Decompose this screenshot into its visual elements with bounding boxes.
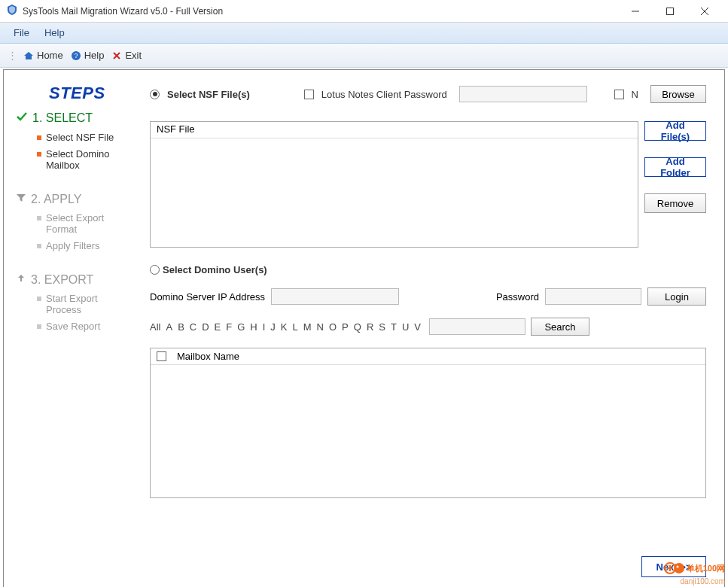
domino-password-field[interactable] bbox=[545, 288, 641, 305]
alpha-e[interactable]: E bbox=[215, 321, 221, 333]
menu-file[interactable]: File bbox=[6, 24, 37, 41]
alpha-d[interactable]: D bbox=[202, 321, 209, 333]
steps-heading: STEPS bbox=[49, 84, 135, 103]
alpha-v[interactable]: V bbox=[414, 321, 421, 333]
menu-help[interactable]: Help bbox=[37, 24, 72, 41]
alpha-h[interactable]: H bbox=[250, 321, 257, 333]
bullet-icon bbox=[37, 324, 41, 329]
step-1-sub-2[interactable]: Select Domino Mailbox bbox=[37, 148, 135, 172]
alpha-i[interactable]: I bbox=[263, 321, 266, 333]
sidebar: STEPS 1. SELECT Select NSF File Select D… bbox=[4, 70, 141, 587]
step-3-sub-1: Start Export Process bbox=[37, 293, 135, 316]
alpha-row: All ABCDEFGHIJKLMNOPQRSTUV Search bbox=[150, 318, 706, 336]
content: Select NSF File(s) Lotus Notes Client Pa… bbox=[141, 70, 724, 587]
alpha-l[interactable]: L bbox=[293, 321, 298, 333]
step-2-title: 2. APPLY bbox=[16, 193, 135, 206]
alpha-b[interactable]: B bbox=[178, 321, 184, 333]
alpha-letters: ABCDEFGHIJKLMNOPQRSTUV bbox=[166, 321, 421, 333]
menubar: File Help bbox=[0, 23, 728, 44]
nsf-file-header: NSF File bbox=[151, 122, 638, 138]
nsf-area: NSF File Add File(s) Add Folder Remove bbox=[150, 121, 706, 248]
step-2-sub-2-label: Apply Filters bbox=[46, 240, 100, 252]
export-icon bbox=[16, 273, 26, 287]
check-icon bbox=[16, 111, 28, 126]
step-2-sub-1-label: Select Export Format bbox=[46, 212, 135, 236]
step-3-sub-2-label: Save Report bbox=[46, 321, 100, 333]
bullet-icon bbox=[37, 216, 41, 221]
step-1-title: 1. SELECT bbox=[16, 111, 135, 126]
alpha-g[interactable]: G bbox=[237, 321, 245, 333]
toolbar-exit-label: Exit bbox=[125, 50, 142, 61]
row-select-domino: Select Domino User(s) bbox=[150, 264, 706, 275]
alpha-p[interactable]: P bbox=[342, 321, 349, 333]
alpha-a[interactable]: A bbox=[166, 321, 172, 333]
step-2: 2. APPLY Select Export Format Apply Filt… bbox=[16, 193, 135, 252]
n-label: N bbox=[632, 89, 638, 100]
alpha-n[interactable]: N bbox=[317, 321, 324, 333]
alpha-all[interactable]: All bbox=[150, 321, 160, 333]
browse-button[interactable]: Browse bbox=[650, 85, 706, 103]
step-1: 1. SELECT Select NSF File Select Domino … bbox=[16, 111, 135, 172]
step-1-sub-1[interactable]: Select NSF File bbox=[37, 132, 135, 144]
nsf-buttons: Add File(s) Add Folder Remove bbox=[644, 121, 706, 248]
radio-select-domino[interactable] bbox=[150, 265, 160, 275]
alpha-o[interactable]: O bbox=[329, 321, 337, 333]
checkbox-select-all-mailboxes[interactable] bbox=[157, 351, 166, 361]
toolbar-exit[interactable]: Exit bbox=[108, 48, 145, 62]
step-1-sub-2-label: Select Domino Mailbox bbox=[46, 148, 135, 172]
alpha-r[interactable]: R bbox=[367, 321, 373, 333]
alpha-f[interactable]: F bbox=[226, 321, 232, 333]
help-icon: ? bbox=[71, 50, 81, 61]
checkbox-lotus-password[interactable] bbox=[304, 90, 314, 99]
toolbar-home[interactable]: Home bbox=[20, 48, 66, 62]
exit-icon bbox=[111, 50, 122, 61]
alpha-k[interactable]: K bbox=[281, 321, 288, 333]
radio-select-nsf[interactable] bbox=[150, 90, 160, 99]
toolbar-help[interactable]: ? Help bbox=[68, 48, 108, 62]
step-3-label: 3. EXPORT bbox=[31, 273, 93, 287]
watermark-text: 单机100网 bbox=[687, 564, 725, 573]
domino-fields: Domino Server IP Address Password Login bbox=[150, 287, 706, 306]
remove-button[interactable]: Remove bbox=[644, 193, 706, 213]
step-2-sub-1: Select Export Format bbox=[37, 212, 135, 236]
maximize-button[interactable] bbox=[653, 0, 687, 23]
alpha-j[interactable]: J bbox=[270, 321, 276, 333]
step-1-sub-1-label: Select NSF File bbox=[46, 132, 114, 144]
add-files-button[interactable]: Add File(s) bbox=[644, 121, 706, 141]
add-folder-button[interactable]: Add Folder bbox=[644, 157, 706, 177]
minimize-button[interactable] bbox=[618, 0, 653, 23]
nsf-file-list[interactable]: NSF File bbox=[150, 121, 638, 248]
svg-rect-0 bbox=[667, 8, 674, 14]
toolbar-help-label: Help bbox=[84, 50, 105, 61]
svg-text:?: ? bbox=[74, 52, 78, 59]
step-2-sub-2: Apply Filters bbox=[37, 240, 135, 252]
password-label: Password bbox=[496, 291, 539, 303]
lotus-password-label: Lotus Notes Client Password bbox=[321, 89, 447, 100]
select-nsf-label: Select NSF File(s) bbox=[167, 89, 250, 100]
toolbar-home-label: Home bbox=[37, 50, 63, 61]
close-button[interactable] bbox=[687, 0, 722, 23]
lotus-password-field[interactable] bbox=[459, 86, 587, 102]
step-3: 3. EXPORT Start Export Process Save Repo… bbox=[16, 273, 135, 333]
workarea: STEPS 1. SELECT Select NSF File Select D… bbox=[3, 69, 725, 587]
app-icon bbox=[6, 4, 18, 18]
search-button[interactable]: Search bbox=[531, 318, 589, 336]
svg-point-5 bbox=[676, 565, 678, 567]
alpha-u[interactable]: U bbox=[402, 321, 409, 333]
row-select-nsf: Select NSF File(s) Lotus Notes Client Pa… bbox=[150, 85, 706, 103]
alpha-t[interactable]: T bbox=[391, 321, 397, 333]
login-button[interactable]: Login bbox=[647, 287, 706, 306]
titlebar: SysTools Mail Migration Wizard v5.0 - Fu… bbox=[0, 0, 728, 23]
mailbox-search-field[interactable] bbox=[429, 318, 525, 335]
mailbox-list[interactable]: Mailbox Name bbox=[150, 348, 706, 498]
alpha-m[interactable]: M bbox=[303, 321, 312, 333]
alpha-s[interactable]: S bbox=[379, 321, 385, 333]
alpha-c[interactable]: C bbox=[190, 321, 196, 333]
ip-field[interactable] bbox=[271, 288, 399, 305]
step-3-title: 3. EXPORT bbox=[16, 273, 135, 287]
select-domino-label: Select Domino User(s) bbox=[163, 264, 267, 275]
alpha-q[interactable]: Q bbox=[354, 321, 361, 333]
toolbar-grip: ⋮ bbox=[8, 50, 17, 61]
checkbox-n[interactable] bbox=[614, 90, 624, 99]
window-title: SysTools Mail Migration Wizard v5.0 - Fu… bbox=[23, 6, 223, 17]
